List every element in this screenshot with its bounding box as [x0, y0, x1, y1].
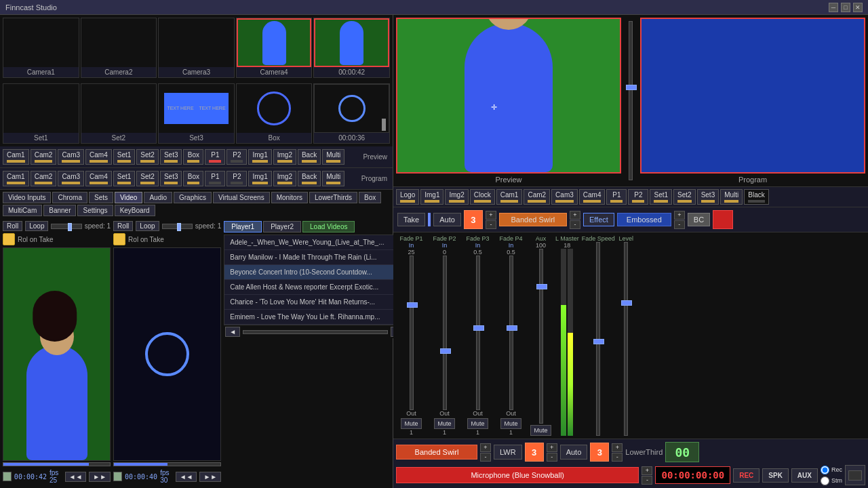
fade-p3-mute[interactable]: Mute	[467, 418, 488, 429]
prev-img1-button[interactable]: Img1	[248, 149, 271, 165]
prog-cam4-button[interactable]: Cam4	[85, 171, 112, 186]
rec-radio-rec[interactable]: Rec	[821, 466, 842, 474]
banded-swirl-minus[interactable]: -	[570, 220, 580, 229]
player2-speed-handle[interactable]	[177, 223, 181, 231]
camera3-cell[interactable]: Camera3	[158, 18, 235, 78]
prev-back-button[interactable]: Back	[298, 149, 321, 165]
auto-button[interactable]: Auto	[433, 213, 461, 226]
maximize-button[interactable]: □	[841, 3, 850, 12]
effect-button[interactable]: Effect	[583, 213, 614, 226]
prog-p1-button[interactable]: P1	[205, 171, 225, 186]
tab-lower-thirds[interactable]: LowerThirds	[309, 192, 357, 203]
right-multi-button[interactable]: Multi	[720, 189, 743, 205]
lwr-button[interactable]: LWR	[494, 445, 522, 460]
prog-p2-button[interactable]: P2	[226, 171, 247, 186]
spk-button[interactable]: SPK	[762, 468, 789, 483]
mic-plus[interactable]: +	[642, 466, 652, 475]
right-cam2-button[interactable]: Cam2	[524, 189, 550, 205]
mic-minus[interactable]: -	[642, 476, 652, 485]
right-clock-button[interactable]: Clock	[470, 189, 495, 205]
rec-radio-stm-input[interactable]	[821, 476, 829, 485]
video-item-1[interactable]: Barry Manilow - I Made It Through The Ra…	[224, 250, 406, 265]
tab-sets[interactable]: Sets	[89, 192, 113, 203]
aux-button[interactable]: AUX	[791, 468, 818, 483]
fade-p1-mute[interactable]: Mute	[401, 418, 421, 429]
right-p2-button[interactable]: P2	[628, 189, 648, 205]
player2-roll-button[interactable]: Roll	[113, 221, 133, 231]
prev-cam3-button[interactable]: Cam3	[58, 149, 84, 165]
bottom-auto-plus[interactable]: +	[612, 443, 623, 452]
prev-p2-button[interactable]: P2	[226, 149, 247, 165]
transition-fader-track[interactable]	[629, 21, 633, 180]
bottom-lwr-minus[interactable]: -	[547, 453, 557, 462]
tab-keyboard[interactable]: KeyBoard	[115, 205, 155, 216]
bc-button[interactable]: BC	[688, 213, 710, 226]
embossed-minus[interactable]: -	[674, 220, 685, 229]
tab-monitors[interactable]: Monitors	[271, 192, 308, 203]
level-fader[interactable]	[624, 242, 628, 436]
bottom-banded-swirl-button[interactable]: Banded Swirl	[396, 445, 477, 460]
right-black-button[interactable]: Black	[744, 189, 768, 205]
player1-loop-button[interactable]: Loop	[25, 221, 48, 231]
bottom-banded-swirl-plus[interactable]: +	[480, 443, 491, 452]
prog-cam2-button[interactable]: Cam2	[31, 171, 57, 186]
set2-cell[interactable]: Set2	[81, 83, 157, 144]
prog-back-button[interactable]: Back	[298, 171, 321, 186]
player1-roll-button[interactable]: Roll	[3, 221, 22, 231]
rec-button[interactable]: REC	[733, 468, 760, 483]
fade-speed-fader[interactable]	[596, 242, 600, 436]
camera4-cell[interactable]: Camera4	[236, 18, 313, 78]
microphone-button[interactable]: Microphone (Blue Snowball)	[396, 467, 639, 483]
player2-progress-bar[interactable]	[113, 462, 221, 466]
tab-audio[interactable]: Audio	[144, 192, 172, 203]
tab-box[interactable]: Box	[359, 192, 381, 203]
aux-fader[interactable]	[539, 249, 543, 424]
video-list-scroll-left[interactable]: ◄	[225, 327, 240, 337]
embossed-button[interactable]: Embossed	[617, 213, 671, 226]
right-set2-button[interactable]: Set2	[673, 189, 696, 205]
player2-speed-slider[interactable]	[162, 224, 193, 229]
camera1-cell[interactable]: Camera1	[3, 18, 79, 78]
fade-p3-fader[interactable]	[476, 256, 480, 410]
prev-img2-button[interactable]: Img2	[273, 149, 296, 165]
prev-p1-button[interactable]: P1	[205, 149, 225, 165]
prog-box-button[interactable]: Box	[183, 171, 203, 186]
right-set1-button[interactable]: Set1	[650, 189, 672, 205]
level-handle[interactable]	[621, 300, 632, 306]
minimize-button[interactable]: ─	[829, 3, 838, 12]
player1-preview-cell[interactable]: 00:00:42	[313, 18, 390, 78]
fade-p3-handle[interactable]	[473, 325, 484, 331]
effect-number-minus[interactable]: -	[486, 220, 496, 229]
prog-set3-button[interactable]: Set3	[160, 171, 182, 186]
prev-cam4-button[interactable]: Cam4	[85, 149, 112, 165]
player1-tab[interactable]: Player1	[224, 221, 262, 232]
tab-graphics[interactable]: Graphics	[174, 192, 212, 203]
prog-img2-button[interactable]: Img2	[273, 171, 296, 186]
set3-cell[interactable]: TEXT HERE TEXT HERE Set3	[158, 83, 235, 144]
rec-radio-rec-input[interactable]	[821, 466, 829, 474]
prev-set3-button[interactable]: Set3	[160, 149, 182, 165]
close-button[interactable]: ✕	[853, 3, 863, 12]
right-cam3-button[interactable]: Cam3	[551, 189, 578, 205]
camera2-cell[interactable]: Camera2	[81, 18, 157, 78]
prev-cam1-button[interactable]: Cam1	[3, 149, 29, 165]
prog-set2-button[interactable]: Set2	[136, 171, 159, 186]
player2-loop-button[interactable]: Loop	[136, 221, 159, 231]
fade-p2-mute[interactable]: Mute	[434, 418, 454, 429]
right-img1-button[interactable]: Img1	[420, 189, 443, 205]
right-logo-button[interactable]: Logo	[396, 189, 419, 205]
player1-progress-bar[interactable]	[3, 462, 111, 466]
tab-banner[interactable]: Banner	[43, 205, 76, 216]
fade-p4-handle[interactable]	[507, 325, 517, 331]
prog-multi-button[interactable]: Multi	[322, 171, 344, 186]
load-videos-tab[interactable]: Load Videos	[302, 221, 355, 232]
player2-prev-button[interactable]: ◄◄	[176, 472, 197, 482]
embossed-plus[interactable]: +	[674, 211, 685, 220]
right-img2-button[interactable]: Img2	[445, 189, 468, 205]
video-item-0[interactable]: Adele_-_When_We_Were_Young_(Live_at_The_…	[224, 235, 406, 250]
bottom-banded-swirl-minus[interactable]: -	[480, 453, 491, 462]
set1-cell[interactable]: Set1	[3, 83, 79, 144]
prev-box-button[interactable]: Box	[183, 149, 203, 165]
prog-img1-button[interactable]: Img1	[248, 171, 271, 186]
rec-radio-stm[interactable]: Stm	[821, 476, 842, 485]
